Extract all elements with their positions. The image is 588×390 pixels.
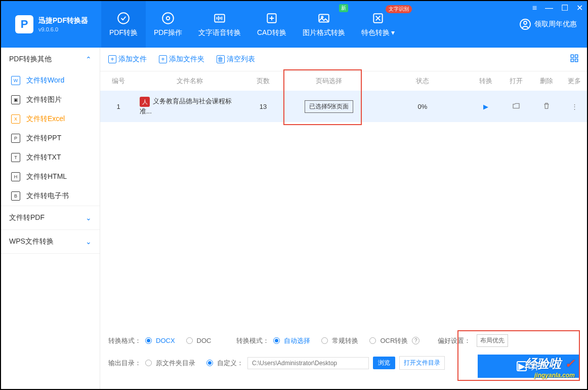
radio-normal[interactable] [321,337,328,344]
radio-ocr[interactable] [369,337,376,344]
row-pages: 13 [243,103,283,110]
item-label: 文件转电子书 [26,191,69,201]
radio-custom-dir[interactable] [206,360,213,366]
grid-view-button[interactable] [570,54,579,65]
add-folder-button[interactable]: +添加文件夹 [159,55,204,64]
close-button[interactable]: ✕ [576,3,583,13]
sidebar-item-to-txt[interactable]: T文件转TXT [1,148,100,167]
item-label: 文件转Word [26,76,64,85]
help-icon[interactable]: ? [412,337,419,344]
output-label: 输出目录： [108,359,141,368]
opt-orig: 原文件夹目录 [156,359,195,368]
col-pages: 页数 [243,76,283,86]
tab-pdf-operate[interactable]: PDF操作 [146,1,190,48]
sidebar-section-to-pdf[interactable]: 文件转PDF ⌄ [1,206,100,229]
sidebar-item-to-excel[interactable]: X文件转Excel [1,109,100,129]
section-title: 文件转PDF [9,213,45,222]
svg-rect-11 [575,55,578,57]
tab-cad[interactable]: CAD转换 [249,1,295,48]
toolbar: +添加文件 +添加文件夹 🗑清空列表 [100,48,587,71]
convert-button[interactable]: ▶ [483,103,488,110]
tab-text-voice[interactable]: 文字语音转换 [190,1,249,48]
sidebar-item-to-image[interactable]: ▣文件转图片 [1,90,100,109]
pref-select[interactable]: 布局优先 [477,334,508,347]
tab-image[interactable]: 新 图片格式转换 [295,1,353,48]
opt-auto: 自动选择 [284,336,310,345]
btn-label: 添加文件夹 [169,55,204,64]
section-title: WPS文件转换 [9,237,54,246]
delete-button[interactable] [542,104,551,111]
col-delete: 删除 [531,76,562,86]
tab-special[interactable]: 文字识别 特色转换 ▾ [353,1,403,48]
col-name: 文件名称 [137,76,243,86]
table-row[interactable]: 1 人义务教育品德与社会课程标准... 13 已选择5张页面 0% ▶ ⋮ [100,91,587,122]
more-button[interactable]: ⋮ [571,103,578,110]
sidebar-item-to-word[interactable]: W文件转Word [1,71,100,90]
path-input[interactable] [247,357,369,369]
opt-ocr: OCR转换 [380,336,408,345]
svg-rect-12 [571,59,573,62]
col-open: 打开 [501,76,531,86]
tab-pdf-convert[interactable]: PDF转换 [101,1,146,48]
row-status: 0% [374,103,471,110]
svg-point-2 [162,13,174,24]
sidebar-item-to-html[interactable]: H文件转HTML [1,167,100,186]
row-num: 1 [100,103,137,110]
radio-orig-dir[interactable] [145,360,152,366]
browse-button[interactable]: 浏览 [373,357,395,369]
excel-icon: X [11,114,20,124]
menu-icon[interactable]: ≡ [532,4,537,13]
svg-point-0 [118,13,129,24]
tab-label: 文字语音转换 [198,28,241,37]
window-controls: ≡ — ☐ ✕ [532,3,583,13]
radio-doc[interactable] [186,337,193,344]
tab-label: PDF转换 [109,28,138,37]
new-badge: 新 [339,4,348,12]
start-convert-button[interactable]: ▶ 开 [478,355,579,378]
sidebar: PDF转换其他 ⌃ W文件转Word ▣文件转图片 X文件转Excel P文件转… [1,48,100,389]
item-label: 文件转HTML [26,172,67,181]
start-label: 开 [531,360,540,372]
cad-icon [265,11,279,25]
audio-icon [213,11,227,25]
item-label: 文件转Excel [26,114,65,124]
svg-point-9 [524,21,527,24]
app-version: v9.0.6.0 [38,26,88,32]
col-convert: 转换 [471,76,501,86]
txt-icon: T [11,153,20,162]
sidebar-item-to-ebook[interactable]: B文件转电子书 [1,186,100,206]
tab-label: CAD转换 [257,28,286,37]
sidebar-item-to-ppt[interactable]: P文件转PPT [1,129,100,148]
maximize-button[interactable]: ☐ [561,3,568,13]
app-logo-icon: P [15,15,33,33]
minimize-button[interactable]: — [545,4,553,13]
main-area: +添加文件 +添加文件夹 🗑清空列表 编号 文件名称 页数 页码选择 状态 转换… [100,48,587,389]
tab-label: 特色转换 [361,28,390,36]
item-label: 文件转PPT [26,134,61,143]
col-select: 页码选择 [283,76,374,86]
promo-text: 领取周年优惠 [534,20,577,29]
pref-label: 偏好设置： [438,336,471,345]
radio-auto[interactable] [273,337,280,344]
special-icon [371,11,385,25]
add-file-button[interactable]: +添加文件 [108,55,147,64]
sidebar-section-pdf-to-other[interactable]: PDF转换其他 ⌃ [1,48,100,71]
radio-docx[interactable] [145,337,152,344]
chevron-down-icon: ⌄ [86,238,92,246]
promo-link[interactable]: 领取周年优惠 [519,18,587,30]
clear-list-button[interactable]: 🗑清空列表 [217,55,255,64]
plus-icon: + [159,55,167,63]
convert-icon [116,11,131,25]
pdf-icon: 人 [140,97,150,107]
trash-icon: 🗑 [217,55,225,63]
sidebar-section-wps[interactable]: WPS文件转换 ⌄ [1,230,100,253]
file-name: 义务教育品德与社会课程标准... [140,97,232,115]
opt-normal: 常规转换 [332,336,358,345]
item-label: 文件转图片 [26,95,62,104]
btn-label: 添加文件 [118,55,147,64]
page-select-button[interactable]: 已选择5张页面 [305,100,354,113]
open-button[interactable] [512,104,520,111]
row-name-cell: 人义务教育品德与社会课程标准... [137,97,243,116]
format-label: 转换格式： [108,336,141,345]
open-dir-button[interactable]: 打开文件目录 [399,356,445,370]
